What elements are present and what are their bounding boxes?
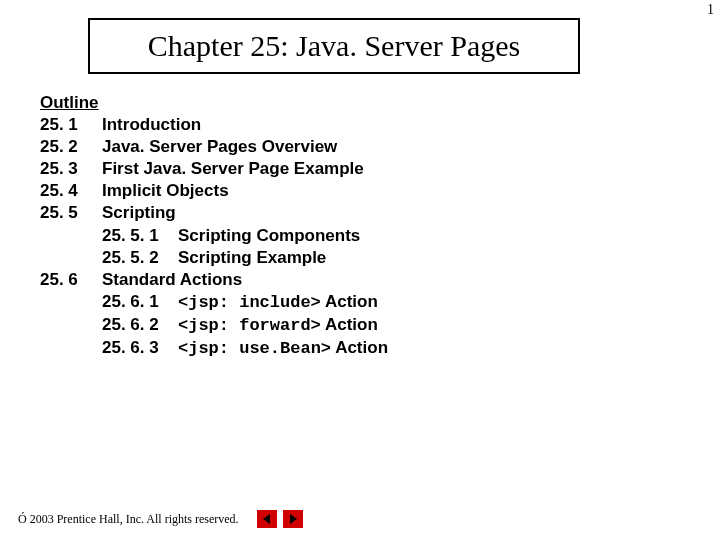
outline-num: 25. 3	[40, 158, 102, 180]
arrow-right-icon	[287, 513, 299, 525]
outline-title: Java. Server Pages Overview	[102, 136, 337, 158]
outline-title: Introduction	[102, 114, 201, 136]
code-tag: <jsp: use.	[178, 339, 280, 358]
outline-subtitle: Scripting Example	[178, 247, 326, 269]
outline-subnum: 25. 6. 3	[102, 337, 178, 360]
action-tail: Action	[331, 338, 388, 357]
outline-block: Outline 25. 1 Introduction 25. 2 Java. S…	[40, 92, 388, 360]
outline-row: 25. 2 Java. Server Pages Overview	[40, 136, 388, 158]
footer: Ó 2003 Prentice Hall, Inc. All rights re…	[18, 510, 303, 528]
outline-row: 25. 4 Implicit Objects	[40, 180, 388, 202]
outline-subtitle: <jsp: use.Bean> Action	[178, 337, 388, 360]
outline-subnum: 25. 5. 2	[102, 247, 178, 269]
copyright-line: 2003 Prentice Hall, Inc. All rights rese…	[27, 512, 239, 526]
outline-num: 25. 2	[40, 136, 102, 158]
outline-num: 25. 5	[40, 202, 102, 224]
outline-num: 25. 4	[40, 180, 102, 202]
next-button[interactable]	[283, 510, 303, 528]
chapter-title-box: Chapter 25: Java. Server Pages	[88, 18, 580, 74]
action-tail: Action	[321, 315, 378, 334]
outline-subtitle: Scripting Components	[178, 225, 360, 247]
arrow-left-icon	[261, 513, 273, 525]
outline-num: 25. 6	[40, 269, 102, 291]
code-tag: <jsp: include>	[178, 293, 321, 312]
outline-subrow: 25. 6. 2 <jsp: forward> Action	[40, 314, 388, 337]
outline-subrow: 25. 5. 1 Scripting Components	[40, 225, 388, 247]
outline-subrow: 25. 5. 2 Scripting Example	[40, 247, 388, 269]
outline-title: Implicit Objects	[102, 180, 229, 202]
outline-row: 25. 3 First Java. Server Page Example	[40, 158, 388, 180]
prev-button[interactable]	[257, 510, 277, 528]
nav-arrows	[257, 510, 303, 528]
action-tail: Action	[321, 292, 378, 311]
outline-title: First Java. Server Page Example	[102, 158, 364, 180]
chapter-title: Chapter 25: Java. Server Pages	[148, 29, 520, 63]
copyright-text: Ó 2003 Prentice Hall, Inc. All rights re…	[18, 512, 239, 527]
outline-subtitle: <jsp: forward> Action	[178, 314, 378, 337]
outline-title: Standard Actions	[102, 269, 242, 291]
svg-marker-0	[263, 514, 270, 524]
outline-row: 25. 1 Introduction	[40, 114, 388, 136]
copyright-symbol: Ó	[18, 512, 27, 526]
outline-title: Scripting	[102, 202, 176, 224]
outline-num: 25. 1	[40, 114, 102, 136]
outline-subrow: 25. 6. 1 <jsp: include> Action	[40, 291, 388, 314]
code-tag: <jsp: forward>	[178, 316, 321, 335]
outline-subnum: 25. 6. 1	[102, 291, 178, 314]
code-tag: Bean>	[280, 339, 331, 358]
outline-header: Outline	[40, 92, 388, 114]
outline-subrow: 25. 6. 3 <jsp: use.Bean> Action	[40, 337, 388, 360]
outline-subtitle: <jsp: include> Action	[178, 291, 378, 314]
outline-subnum: 25. 5. 1	[102, 225, 178, 247]
svg-marker-1	[290, 514, 297, 524]
outline-row: 25. 5 Scripting	[40, 202, 388, 224]
outline-subnum: 25. 6. 2	[102, 314, 178, 337]
page-number: 1	[707, 2, 714, 18]
outline-row: 25. 6 Standard Actions	[40, 269, 388, 291]
